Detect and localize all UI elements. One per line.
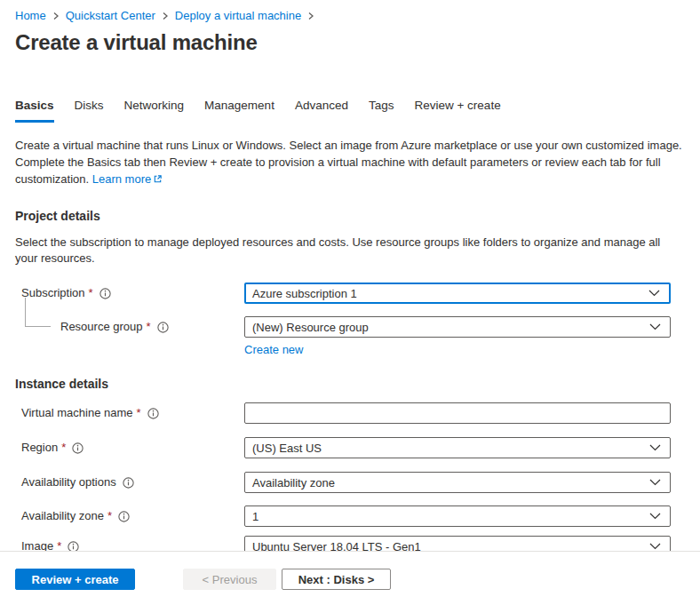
learn-more-label: Learn more — [92, 172, 151, 186]
breadcrumb: Home Quickstart Center Deploy a virtual … — [15, 0, 685, 22]
vm-name-input[interactable] — [244, 402, 671, 424]
vm-name-label: Virtual machine name — [21, 402, 133, 424]
availability-zone-value: 1 — [252, 510, 259, 523]
project-details-description: Select the subscription to manage deploy… — [15, 235, 683, 267]
chevron-right-icon — [307, 12, 314, 20]
region-row: Region * (US) East US — [15, 437, 685, 458]
project-details-heading: Project details — [15, 209, 685, 223]
project-details-form: Subscription * Azure subscription 1 — [15, 283, 685, 357]
review-create-button[interactable]: Review + create — [15, 569, 135, 590]
chevron-right-icon — [162, 12, 169, 20]
tab-bar: Basics Disks Networking Management Advan… — [15, 99, 685, 123]
vm-name-row: Virtual machine name * — [15, 402, 685, 424]
availability-options-label-cell: Availability options — [21, 472, 244, 493]
learn-more-link[interactable]: Learn more — [92, 172, 163, 186]
breadcrumb-quickstart-center[interactable]: Quickstart Center — [66, 9, 155, 22]
hierarchy-connector-line — [25, 298, 51, 327]
availability-options-label: Availability options — [21, 472, 116, 493]
info-icon[interactable] — [72, 442, 84, 454]
resource-group-select[interactable]: (New) Resource group — [244, 316, 671, 338]
page-title: Create a virtual machine — [15, 30, 685, 55]
next-disks-button[interactable]: Next : Disks > — [282, 569, 391, 590]
footer-action-bar: Review + create < Previous Next : Disks … — [0, 551, 700, 605]
instance-details-heading: Instance details — [15, 377, 685, 391]
chevron-down-icon — [649, 543, 661, 550]
availability-zone-label-cell: Availability zone * — [21, 505, 244, 527]
external-link-icon — [151, 172, 163, 186]
info-icon[interactable] — [157, 322, 169, 333]
tab-networking[interactable]: Networking — [124, 99, 185, 123]
chevron-down-icon — [649, 479, 661, 486]
info-icon[interactable] — [147, 408, 159, 419]
breadcrumb-deploy-vm[interactable]: Deploy a virtual machine — [175, 9, 301, 22]
subscription-row: Subscription * Azure subscription 1 — [15, 283, 685, 304]
required-asterisk: * — [147, 316, 151, 338]
info-icon[interactable] — [118, 511, 130, 522]
chevron-down-icon — [649, 323, 661, 330]
create-vm-page: Home Quickstart Center Deploy a virtual … — [0, 0, 700, 605]
breadcrumb-home[interactable]: Home — [15, 9, 46, 22]
subscription-value: Azure subscription 1 — [252, 287, 357, 300]
availability-zone-select[interactable]: 1 — [244, 505, 671, 527]
resource-group-label-cell: Resource group * — [21, 316, 244, 338]
info-icon[interactable] — [99, 288, 111, 299]
required-asterisk: * — [107, 505, 112, 527]
vm-name-label-cell: Virtual machine name * — [21, 402, 244, 424]
chevron-down-icon — [649, 513, 661, 520]
tab-tags[interactable]: Tags — [369, 99, 394, 123]
tab-disks[interactable]: Disks — [75, 99, 104, 123]
tab-review-create[interactable]: Review + create — [414, 99, 500, 123]
subscription-select[interactable]: Azure subscription 1 — [244, 283, 671, 304]
info-icon[interactable] — [123, 477, 134, 489]
region-label: Region — [21, 437, 58, 458]
create-new-link[interactable]: Create new — [244, 343, 303, 356]
resource-group-row: Resource group * (New) Resource group Cr… — [15, 316, 685, 357]
tab-basics[interactable]: Basics — [15, 99, 54, 123]
tab-advanced[interactable]: Advanced — [295, 99, 348, 123]
subscription-label-cell: Subscription * — [21, 283, 244, 304]
required-asterisk: * — [61, 437, 66, 458]
required-asterisk: * — [137, 402, 141, 424]
availability-zone-row: Availability zone * 1 — [15, 505, 685, 527]
availability-options-select[interactable]: Availability zone — [244, 472, 671, 493]
chevron-right-icon — [52, 12, 60, 20]
intro-text: Create a virtual machine that runs Linux… — [15, 137, 683, 187]
region-select[interactable]: (US) East US — [244, 437, 671, 458]
availability-zone-label: Availability zone — [21, 505, 104, 527]
resource-group-value: (New) Resource group — [252, 321, 369, 334]
region-value: (US) East US — [252, 442, 322, 455]
tab-management[interactable]: Management — [204, 99, 274, 123]
chevron-down-icon — [649, 444, 661, 451]
region-label-cell: Region * — [21, 437, 244, 458]
availability-options-row: Availability options Availability zone — [15, 472, 685, 493]
resource-group-label: Resource group — [60, 316, 143, 338]
availability-options-value: Availability zone — [252, 476, 335, 490]
required-asterisk: * — [89, 283, 93, 304]
previous-button[interactable]: < Previous — [183, 569, 276, 590]
chevron-down-icon — [648, 290, 660, 297]
instance-details-form: Virtual machine name * Region * — [15, 402, 685, 557]
